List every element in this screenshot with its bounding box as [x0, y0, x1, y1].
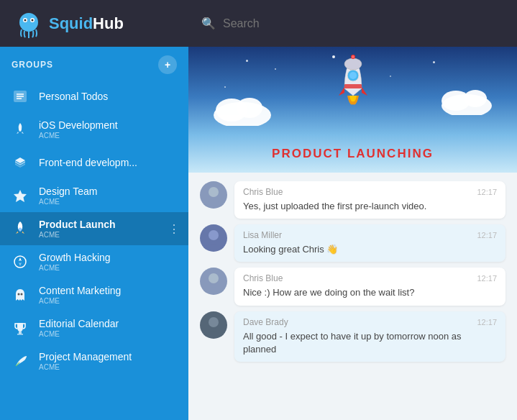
svg-point-4: [32, 19, 34, 21]
message-time: 12:17: [477, 188, 497, 196]
svg-point-18: [18, 293, 20, 296]
sidebar-item-product-launch[interactable]: Product Launch ACME ⋮: [0, 212, 188, 245]
sidebar-item-growth-hacking[interactable]: Growth Hacking ACME: [0, 245, 188, 278]
avatar: [200, 268, 227, 295]
message-text: Looking great Chris 👋: [243, 243, 497, 256]
more-options-icon[interactable]: ⋮: [168, 222, 180, 236]
main-layout: GROUPS + Personal Todos iOS Development …: [0, 47, 517, 420]
message-row: Chris Blue 12:17 Nice :) How are we doin…: [200, 268, 505, 305]
message-row: Chris Blue 12:17 Yes, just uploaded the …: [200, 181, 505, 219]
compass-icon: [10, 252, 30, 272]
message-row: Lisa Miller 12:17 Looking great Chris 👋: [200, 224, 505, 262]
message-time: 12:17: [477, 318, 497, 327]
svg-point-9: [19, 129, 22, 132]
sidebar-item-text: Front-end developm...: [39, 157, 137, 168]
sidebar-item-name: Project Management: [39, 351, 132, 362]
avatar: [200, 181, 227, 209]
groups-label: GROUPS: [12, 60, 53, 70]
message-bubble: Chris Blue 12:17 Nice :) How are we doin…: [234, 268, 505, 305]
sidebar-item-name: Product Launch: [39, 219, 116, 230]
sidebar-item-project-management[interactable]: Project Management ACME: [0, 344, 188, 378]
logo-area: SquidHub: [14, 9, 201, 38]
message-author: Dave Brady: [243, 317, 288, 327]
checklist-icon: [10, 86, 30, 106]
message-bubble: Chris Blue 12:17 Yes, just uploaded the …: [234, 181, 505, 219]
svg-marker-13: [14, 190, 27, 202]
trophy-icon: [10, 318, 30, 338]
sidebar-item-name: Personal Todos: [39, 91, 108, 102]
svg-point-24: [237, 98, 262, 118]
sidebar-item-text: Design Team ACME: [39, 186, 97, 206]
cloud-left: [210, 90, 275, 129]
star-decoration: [224, 86, 226, 88]
sidebar-item-name: iOS Development: [39, 119, 118, 131]
svg-rect-20: [19, 332, 22, 334]
add-group-button[interactable]: +: [158, 55, 177, 74]
groups-header: GROUPS +: [0, 47, 188, 80]
sidebar-item-front-end-development[interactable]: Front-end developm...: [0, 146, 188, 179]
svg-point-3: [24, 19, 27, 21]
message-text: All good - I expect to have it up by tom…: [243, 330, 497, 356]
leaf-icon: [10, 351, 30, 371]
sidebar-item-name: Editorial Calendar: [39, 318, 119, 329]
sidebar-item-personal-todos[interactable]: Personal Todos: [0, 80, 188, 113]
svg-point-33: [352, 55, 354, 58]
message-text: Yes, just uploaded the first pre-launch …: [243, 200, 497, 213]
sidebar-item-text: Editorial Calendar ACME: [39, 318, 119, 338]
sidebar-item-ios-development[interactable]: iOS Development ACME: [0, 113, 188, 146]
app-header: SquidHub 🔍: [0, 0, 517, 47]
sidebar-item-sub: ACME: [39, 363, 132, 371]
svg-rect-21: [17, 334, 23, 335]
sidebar-item-text: Growth Hacking ACME: [39, 252, 111, 272]
star-decoration: [275, 68, 276, 70]
svg-point-14: [19, 228, 22, 232]
sidebar-item-text: Project Management ACME: [39, 351, 132, 371]
svg-point-27: [464, 90, 487, 107]
sidebar-item-name: Growth Hacking: [39, 252, 111, 263]
message-author: Lisa Miller: [243, 230, 282, 240]
search-input[interactable]: [223, 17, 503, 30]
sidebar-item-editorial-calendar[interactable]: Editorial Calendar ACME: [0, 311, 188, 344]
squid-icon: [14, 9, 43, 38]
message-author: Chris Blue: [243, 273, 283, 283]
svg-point-29: [349, 72, 357, 79]
svg-rect-30: [344, 84, 362, 88]
star-decoration: [246, 60, 248, 62]
sidebar-item-sub: ACME: [39, 198, 97, 206]
banner: PRODUCT LAUNCHING: [188, 47, 517, 173]
sidebar: GROUPS + Personal Todos iOS Development …: [0, 47, 188, 420]
message-header: Lisa Miller 12:17: [243, 230, 497, 240]
logo-squid: Squid: [49, 14, 93, 32]
message-header: Chris Blue 12:17: [243, 273, 497, 283]
search-area: 🔍: [201, 17, 503, 30]
rocket-launch-icon: [10, 219, 30, 239]
message-bubble: Lisa Miller 12:17 Looking great Chris 👋: [234, 224, 505, 262]
message-time: 12:17: [477, 274, 497, 283]
sidebar-item-text: iOS Development ACME: [39, 119, 118, 140]
svg-marker-16: [19, 257, 22, 261]
sidebar-item-design-team[interactable]: Design Team ACME: [0, 179, 188, 212]
messages-list: Chris Blue 12:17 Yes, just uploaded the …: [188, 173, 517, 420]
logo-text: SquidHub: [49, 14, 124, 33]
sidebar-item-name: Front-end developm...: [39, 157, 137, 168]
rocket-small-icon: [10, 119, 30, 140]
message-time: 12:17: [477, 231, 497, 239]
message-author: Chris Blue: [243, 187, 283, 197]
content-area: PRODUCT LAUNCHING Chris Blue 12:17 Yes, …: [188, 47, 517, 420]
ghost-icon: [10, 285, 30, 305]
rocket-illustration: [331, 52, 375, 127]
message-text: Nice :) How are we doing on the wait lis…: [243, 286, 497, 299]
sidebar-item-sub: ACME: [39, 330, 119, 338]
sidebar-item-name: Design Team: [39, 186, 97, 197]
sidebar-item-text: Content Marketing ACME: [39, 285, 121, 305]
sidebar-item-content-marketing[interactable]: Content Marketing ACME: [0, 278, 188, 311]
sidebar-item-name: Content Marketing: [39, 285, 121, 296]
sidebar-item-sub: ACME: [39, 132, 118, 140]
svg-marker-17: [19, 262, 22, 266]
avatar: [200, 224, 227, 252]
svg-point-0: [19, 13, 38, 32]
sidebar-item-text: Product Launch ACME: [39, 219, 116, 239]
sidebar-item-text: Personal Todos: [39, 91, 108, 102]
star-decoration: [433, 61, 435, 63]
avatar: [200, 311, 227, 339]
